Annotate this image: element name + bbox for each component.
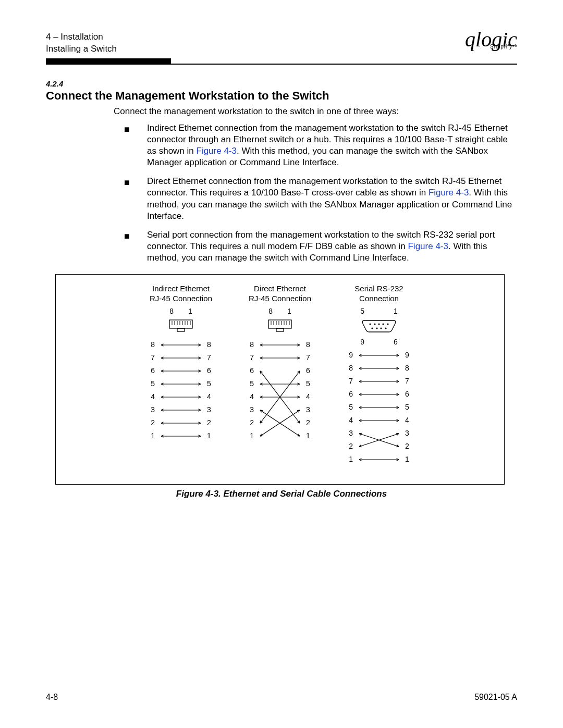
svg-text:2: 2	[250, 418, 254, 426]
bullet-list: Indirect Ethernet connection from the ma…	[124, 122, 517, 264]
rj45-connector-icon	[169, 319, 193, 332]
svg-text:5: 5	[207, 379, 211, 387]
svg-rect-34	[268, 320, 291, 328]
svg-text:3: 3	[250, 405, 254, 413]
svg-text:3: 3	[151, 405, 155, 413]
svg-text:2: 2	[349, 441, 353, 450]
svg-text:6: 6	[250, 366, 254, 374]
logo-subtext: Simplify™	[490, 45, 518, 49]
figure-crossref[interactable]: Figure 4-3	[408, 241, 448, 251]
svg-text:8: 8	[207, 340, 211, 348]
svg-point-69	[374, 323, 375, 325]
svg-text:5: 5	[250, 379, 254, 387]
svg-rect-0	[169, 320, 192, 328]
col1-title-a: Indirect Ethernet	[152, 284, 210, 293]
svg-text:1: 1	[306, 431, 310, 439]
svg-text:7: 7	[349, 376, 353, 385]
svg-text:7: 7	[250, 353, 254, 361]
svg-text:8: 8	[405, 363, 409, 372]
bullet-item: Direct Ethernet connection from the mana…	[124, 176, 517, 221]
svg-text:7: 7	[306, 353, 310, 361]
svg-text:6: 6	[306, 366, 310, 374]
bullet-item: Serial port connection from the manageme…	[124, 229, 517, 264]
section-title: Connect the Management Workstation to th…	[46, 89, 517, 103]
db9-pin-9-label: 9	[360, 338, 364, 346]
svg-text:7: 7	[207, 353, 211, 361]
svg-text:1: 1	[207, 431, 211, 439]
svg-text:4: 4	[207, 392, 211, 400]
col3-title-b: Connection	[359, 294, 399, 303]
svg-text:4: 4	[306, 392, 310, 400]
svg-text:7: 7	[151, 353, 155, 361]
col2-title-b: RJ-45 Connection	[249, 294, 311, 303]
svg-text:8: 8	[349, 363, 353, 372]
section-number: 4.2.4	[46, 79, 517, 88]
svg-text:4: 4	[250, 392, 254, 400]
svg-text:1: 1	[349, 454, 353, 463]
page-footer: 4-8 59021-05 A	[46, 693, 517, 702]
db9-connector-icon	[361, 319, 397, 333]
svg-point-76	[385, 327, 386, 329]
brand-logo: qlogic Simplify™	[465, 31, 517, 48]
doc-number: 59021-05 A	[474, 693, 517, 702]
svg-text:5: 5	[349, 402, 353, 411]
svg-text:9: 9	[349, 350, 353, 359]
svg-text:6: 6	[405, 389, 409, 398]
svg-rect-43	[276, 328, 284, 331]
svg-text:8: 8	[306, 340, 310, 348]
figure-crossref[interactable]: Figure 4-3	[197, 146, 237, 156]
header-rule	[46, 64, 517, 65]
col1-title-b: RJ-45 Connection	[150, 294, 212, 303]
bullet-item: Indirect Ethernet connection from the ma…	[124, 122, 517, 168]
svg-text:8: 8	[151, 340, 155, 348]
svg-point-68	[369, 323, 371, 325]
db9-pin-6-label: 6	[394, 338, 398, 346]
svg-text:9: 9	[405, 350, 409, 359]
svg-point-70	[378, 323, 380, 325]
rj45-pin-8-label: 8	[169, 307, 174, 315]
wiring-diagram-crossover: 8877665544332211	[238, 339, 322, 448]
svg-point-74	[376, 327, 377, 329]
svg-text:3: 3	[349, 428, 353, 437]
diagram-column-indirect: Indirect Ethernet RJ-45 Connection 8 1 8…	[139, 284, 223, 472]
col3-title-a: Serial RS-232	[354, 284, 403, 293]
svg-text:3: 3	[405, 428, 409, 437]
svg-text:5: 5	[306, 379, 310, 387]
diagram-column-direct: Direct Ethernet RJ-45 Connection 8 1 887…	[238, 284, 322, 472]
figure-container: Indirect Ethernet RJ-45 Connection 8 1 8…	[55, 274, 505, 485]
svg-text:1: 1	[405, 454, 409, 463]
rj45-pin-1-label: 1	[287, 307, 291, 315]
svg-point-71	[382, 323, 384, 325]
intro-paragraph: Connect the management workstation to th…	[114, 106, 517, 117]
figure-caption: Figure 4-3. Ethernet and Serial Cable Co…	[46, 489, 517, 499]
svg-text:8: 8	[250, 340, 254, 348]
diagram-column-serial: Serial RS-232 Connection 5 1 9 6 9988776…	[337, 284, 421, 472]
svg-text:6: 6	[151, 366, 155, 374]
svg-text:2: 2	[405, 441, 409, 450]
svg-text:4: 4	[405, 415, 409, 424]
rj45-connector-icon	[268, 319, 292, 332]
svg-point-72	[387, 323, 388, 325]
page-header: 4 – Installation Installing a Switch	[46, 31, 117, 55]
svg-text:4: 4	[349, 415, 353, 424]
rj45-pin-8-label: 8	[268, 307, 273, 315]
db9-pin-1-label: 1	[394, 307, 398, 315]
svg-text:2: 2	[306, 418, 310, 426]
svg-rect-9	[177, 328, 185, 331]
svg-text:7: 7	[405, 376, 409, 385]
page-number: 4-8	[46, 693, 58, 702]
section-label: Installing a Switch	[46, 43, 117, 55]
svg-text:2: 2	[207, 418, 211, 426]
figure-crossref[interactable]: Figure 4-3	[429, 188, 469, 198]
wiring-diagram-straight: 8877665544332211	[139, 339, 223, 448]
svg-text:3: 3	[207, 405, 211, 413]
db9-pin-5-label: 5	[360, 307, 364, 315]
svg-text:1: 1	[250, 431, 254, 439]
svg-text:2: 2	[151, 418, 155, 426]
wiring-diagram-nullmodem: 998877665544332211	[337, 349, 421, 472]
svg-text:1: 1	[151, 431, 155, 439]
svg-text:5: 5	[405, 402, 409, 411]
svg-text:4: 4	[151, 392, 155, 400]
col2-title-a: Direct Ethernet	[254, 284, 306, 293]
svg-text:6: 6	[207, 366, 211, 374]
